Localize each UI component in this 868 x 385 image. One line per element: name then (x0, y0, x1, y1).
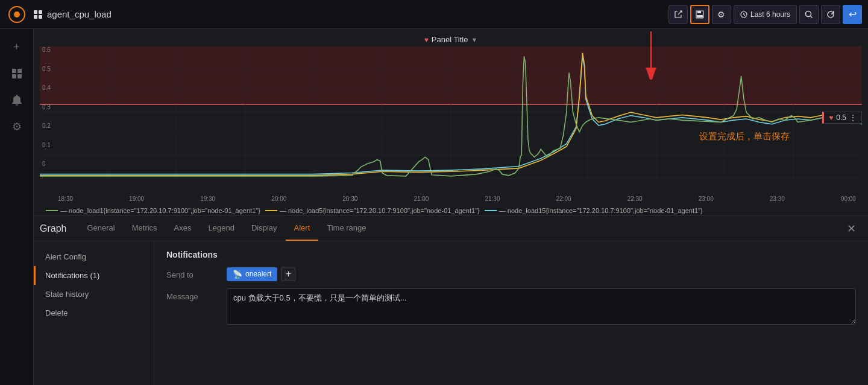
settings-button[interactable]: ⚙ (712, 5, 731, 24)
tab-general[interactable]: General (78, 216, 123, 241)
time-range-button[interactable]: Last 6 hours (734, 5, 797, 24)
panel-title: Panel Title (432, 35, 468, 44)
panel-caret-icon: ▼ (471, 36, 477, 43)
left-nav: Alert Config Notifications (1) State his… (34, 241, 154, 385)
legend-item-load1: — node_load1{instance="172.20.10.7:9100"… (46, 207, 260, 214)
tab-legend[interactable]: Legend (200, 216, 243, 241)
legend-item-load5: — node_load5{instance="172.20.10.7:9100"… (265, 207, 480, 214)
svg-rect-10 (17, 69, 22, 73)
save-button[interactable] (690, 5, 709, 24)
add-channel-button[interactable]: + (281, 267, 295, 281)
close-panel-button[interactable]: ✕ (841, 222, 862, 235)
notifications-content: Notifications Send to 📡 onealert + Messa… (154, 241, 868, 385)
svg-rect-11 (12, 74, 16, 78)
threshold-badge: ♥ 0.5 ⋮ (822, 112, 862, 124)
app-logo[interactable] (6, 4, 28, 25)
tab-alert[interactable]: Alert (286, 216, 319, 241)
send-to-label: Send to (166, 267, 221, 279)
tab-bar: Graph General Metrics Axes Legend Displa… (34, 216, 868, 241)
sidebar-bell-icon[interactable] (6, 89, 28, 111)
message-row: Message (166, 288, 856, 326)
x-axis-labels: 18:30 19:00 19:30 20:00 20:30 21:00 21:3… (58, 196, 856, 202)
threshold-heart-icon: ♥ (829, 113, 833, 122)
y-axis-labels: 0.6 0.5 0.4 0.3 0.2 0.1 0 (40, 46, 53, 167)
send-to-value: 📡 onealert + (227, 267, 856, 281)
broadcast-icon: 📡 (233, 270, 242, 279)
legend-color-load15 (485, 210, 497, 211)
message-label: Message (166, 288, 221, 301)
send-to-row: Send to 📡 onealert + (166, 267, 856, 281)
sidebar-add-icon[interactable]: + (6, 36, 28, 58)
panel-title-bar: ♥ Panel Title ▼ (40, 35, 862, 44)
back-button[interactable]: ↩ (843, 5, 862, 24)
topbar-title: agent_cpu_load (34, 9, 112, 19)
chart-container: 0.6 0.5 0.4 0.3 0.2 0.1 0 18:30 19:00 19… (40, 46, 862, 191)
chart-svg (40, 46, 862, 191)
tab-metrics[interactable]: Metrics (124, 216, 166, 241)
topbar: agent_cpu_load ⚙ Last 6 hours (0, 0, 868, 29)
refresh-button[interactable] (821, 5, 840, 24)
message-value (227, 288, 856, 326)
sidebar-gear-icon[interactable]: ⚙ (6, 116, 28, 138)
message-input[interactable] (227, 288, 856, 325)
notifications-title: Notifications (166, 250, 856, 259)
chart-area: ♥ Panel Title ▼ (34, 29, 868, 216)
nav-state-history[interactable]: State history (34, 285, 154, 304)
panel-type-title: Graph (40, 223, 66, 234)
main-content: ♥ Panel Title ▼ (34, 29, 868, 385)
nav-delete[interactable]: Delete (34, 304, 154, 322)
nav-alert-config[interactable]: Alert Config (34, 247, 154, 266)
panel-editor: Alert Config Notifications (1) State his… (34, 241, 868, 385)
svg-point-6 (806, 11, 811, 16)
tabs-container: General Metrics Axes Legend Display Aler… (78, 216, 374, 241)
search-button[interactable] (799, 5, 819, 24)
svg-point-1 (14, 11, 20, 18)
svg-rect-3 (697, 11, 701, 13)
legend-area: — node_load1{instance="172.20.10.7:9100"… (40, 205, 862, 217)
topbar-actions: ⚙ Last 6 hours ↩ (668, 5, 862, 24)
legend-item-load15: — node_load15{instance="172.20.10.7:9100… (485, 207, 703, 214)
legend-color-load1 (46, 210, 58, 211)
sidebar: + ⚙ (0, 29, 34, 385)
tab-axes[interactable]: Axes (166, 216, 200, 241)
tab-timerange[interactable]: Time range (318, 216, 374, 241)
svg-rect-9 (12, 69, 16, 73)
svg-rect-4 (697, 15, 703, 18)
share-button[interactable] (668, 5, 688, 24)
sidebar-dashboard-icon[interactable] (6, 63, 28, 84)
panel-heart-icon: ♥ (424, 36, 429, 44)
legend-color-load5 (265, 210, 277, 211)
svg-rect-12 (17, 74, 22, 78)
onealert-tag[interactable]: 📡 onealert (227, 267, 277, 281)
nav-notifications[interactable]: Notifications (1) (34, 266, 154, 285)
tab-display[interactable]: Display (243, 216, 286, 241)
grid-icon (34, 10, 42, 19)
